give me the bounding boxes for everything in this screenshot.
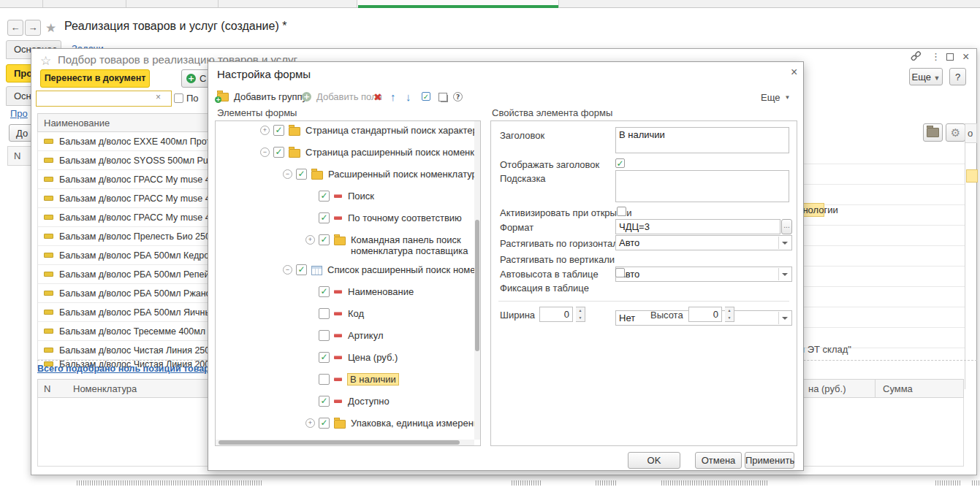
dialog-close-icon[interactable]: × — [791, 67, 797, 77]
stretch-v-select[interactable]: Авто — [615, 266, 792, 282]
checkbox-checked[interactable] — [319, 418, 330, 429]
format-input[interactable]: ЧДЦ=3 — [615, 219, 780, 234]
sliver-header[interactable]: о — [965, 123, 977, 143]
exact-match-checkbox[interactable] — [174, 93, 183, 103]
checkbox-checked[interactable] — [319, 352, 330, 363]
favorite-star-icon[interactable]: ★ — [45, 20, 56, 36]
podbor-help-button[interactable]: ? — [949, 68, 966, 85]
tree-item[interactable]: Страница стандартный поиск характеристик… — [216, 121, 480, 143]
expander-plus-icon[interactable] — [305, 235, 315, 245]
summary-link[interactable]: Всего подобрано ноль позиций товаров, на — [37, 364, 237, 374]
autoheight-checkbox[interactable] — [615, 268, 625, 277]
spin-down-icon[interactable]: ▼ — [576, 315, 585, 322]
help-icon[interactable] — [453, 92, 463, 101]
tree-item[interactable]: Поиск — [216, 187, 480, 209]
tree-vscrollbar-thumb[interactable] — [475, 220, 479, 351]
move-down-icon[interactable]: ↓ — [406, 91, 411, 102]
product-row[interactable]: Бальзам д/волос EXXE 400мл Протеин — [38, 132, 219, 151]
stretch-h-select[interactable]: Авто — [615, 235, 792, 250]
format-more-button[interactable]: ... — [781, 219, 792, 234]
tree-item[interactable]: Командная панель поиск номенклатура пост… — [216, 231, 480, 261]
spin-up-icon[interactable]: ▲ — [725, 307, 734, 315]
doc-link-fragment[interactable]: Про — [10, 108, 28, 119]
check-all-icon[interactable] — [422, 92, 430, 101]
tree-item[interactable]: Цена (руб.) — [216, 348, 480, 370]
tree-item[interactable]: Упаковка, единица измерения — [216, 414, 480, 436]
checkbox-checked[interactable] — [319, 191, 330, 202]
dropdown-arrow-icon[interactable] — [778, 268, 791, 280]
spin-down-icon[interactable]: ▼ — [725, 315, 734, 322]
kebab-menu-icon[interactable]: ⋮ — [931, 51, 941, 62]
show-header-checkbox[interactable] — [615, 158, 625, 168]
product-row[interactable]: Бальзам д/волос РБА 500мл Репейный — [38, 265, 219, 284]
bottom-col-price[interactable]: на (руб.) — [804, 379, 875, 398]
product-row[interactable]: Бальзам д/волос РБА 500мл Кедрово- — [38, 246, 219, 265]
checkbox-checked[interactable] — [319, 234, 330, 245]
expander-minus-icon[interactable] — [283, 169, 292, 179]
checkbox-unchecked[interactable] — [319, 374, 330, 385]
expander-plus-icon[interactable] — [305, 418, 315, 428]
podbor-more-button[interactable]: Еще ▼ — [909, 68, 943, 85]
maximize-icon[interactable] — [946, 53, 954, 61]
dialog-more-button[interactable]: Еще ▼ — [761, 92, 790, 103]
add-fields-button[interactable]: + Добавить поля — [302, 91, 382, 102]
tree-item[interactable]: Страница расширенный поиск номенклатура — [216, 143, 480, 165]
checkbox-checked[interactable] — [273, 147, 284, 158]
product-row[interactable]: Бальзам д/волос ГРАСС My muse 400м — [38, 189, 219, 208]
products-header-name[interactable]: Наименование — [37, 113, 220, 132]
product-row[interactable]: Бальзам д/волос Чистая Линия 250 мл — [38, 341, 219, 360]
delete-icon[interactable] — [373, 92, 382, 102]
forward-button[interactable]: → — [25, 20, 41, 36]
checkbox-checked[interactable] — [296, 169, 307, 180]
settings-button[interactable] — [946, 123, 965, 142]
copy-icon[interactable] — [441, 95, 448, 102]
ok-button[interactable]: OK — [628, 452, 680, 469]
tree-hscrollbar-thumb[interactable] — [219, 440, 460, 445]
product-row[interactable]: Бальзам д/волос Тресемме 400мл Объ — [38, 322, 219, 341]
move-up-icon[interactable]: ↑ — [390, 91, 396, 102]
checkbox-unchecked[interactable] — [319, 308, 330, 319]
search-clear-icon[interactable]: × — [156, 92, 161, 102]
expander-minus-icon[interactable] — [260, 147, 270, 157]
product-row[interactable]: Бальзам д/волос Прелесть Био 250мл — [38, 227, 219, 246]
dropdown-arrow-icon[interactable] — [778, 312, 791, 324]
height-input[interactable]: 0 — [688, 307, 722, 322]
tree-item[interactable]: Наименование — [216, 283, 480, 304]
width-spinner[interactable]: ▲▼ — [576, 307, 585, 322]
tree-item[interactable]: Код — [216, 304, 480, 326]
characteristics-button[interactable] — [923, 123, 943, 142]
transfer-to-document-button[interactable]: Перенести в документ — [40, 69, 150, 88]
checkbox-checked[interactable] — [319, 396, 330, 407]
product-row[interactable]: Бальзам д/волос РБА 500мл Яичный п — [38, 303, 219, 322]
get-link-icon[interactable] — [911, 51, 922, 64]
checkbox-unchecked[interactable] — [319, 330, 330, 341]
product-row[interactable]: Бальзам д/волос РБА 500мл Ржаной с — [38, 284, 219, 303]
expander-plus-icon[interactable] — [260, 126, 270, 135]
tooltip-input[interactable] — [615, 170, 789, 202]
product-row[interactable]: Бальзам д/волос ГРАСС My muse 400м — [38, 208, 219, 227]
back-button[interactable]: ← — [7, 20, 23, 36]
checkbox-checked[interactable] — [296, 264, 307, 275]
expander-minus-icon[interactable] — [283, 265, 292, 275]
bottom-col-sum[interactable]: Сумма — [875, 379, 964, 398]
tree-item-selected[interactable]: В наличии — [216, 370, 480, 392]
dropdown-arrow-icon[interactable] — [778, 237, 791, 249]
tree-vscrollbar[interactable] — [474, 121, 480, 440]
activate-checkbox[interactable] — [617, 207, 626, 216]
add-group-button[interactable]: Добавить группу — [217, 91, 307, 102]
width-input[interactable]: 0 — [539, 307, 573, 322]
checkbox-checked[interactable] — [273, 125, 284, 136]
height-spinner[interactable]: ▲▼ — [725, 307, 734, 322]
tree-hscrollbar[interactable] — [216, 440, 474, 445]
checkbox-checked[interactable] — [319, 212, 330, 223]
cancel-button[interactable]: Отмена — [695, 452, 742, 469]
tree-item[interactable]: Список расширенный поиск номенклатура — [216, 261, 480, 283]
search-input[interactable] — [36, 91, 172, 107]
tree-item[interactable]: Артикул — [216, 326, 480, 348]
product-row[interactable]: Бальзам д/волос SYOSS 500мл Pure E — [38, 151, 219, 170]
tree-item[interactable]: Доступно — [216, 392, 480, 414]
spin-up-icon[interactable]: ▲ — [576, 307, 585, 315]
header-input[interactable]: В наличии — [615, 127, 789, 153]
tree-item[interactable]: По точному соответствию — [216, 209, 480, 231]
product-row[interactable]: Бальзам д/волос ГРАСС My muse 400м — [38, 170, 219, 189]
